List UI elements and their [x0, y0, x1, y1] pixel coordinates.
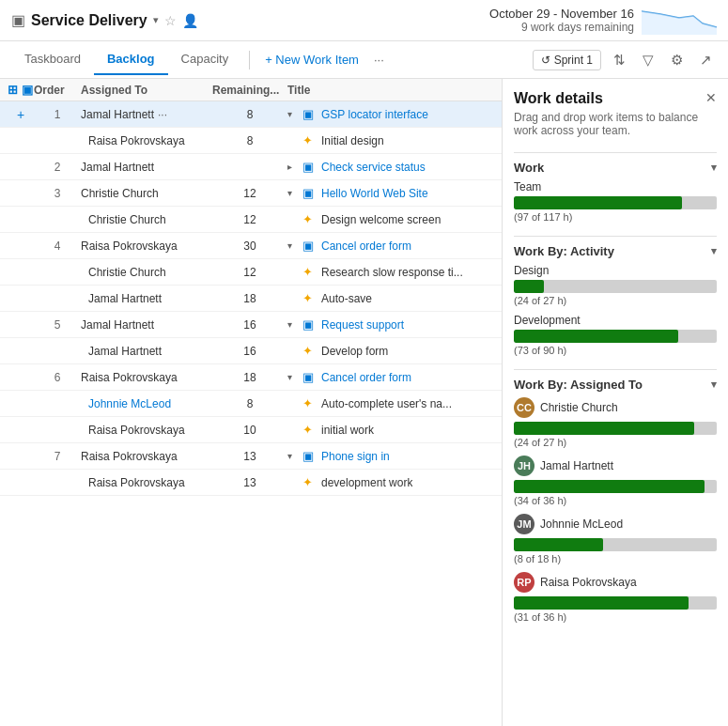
- work-item-title[interactable]: initial work: [321, 424, 374, 437]
- nav-divider: [249, 51, 250, 70]
- work-item-title[interactable]: Research slow response ti...: [321, 266, 463, 279]
- title-cell: ▾ ▣ Cancel order form: [287, 370, 494, 384]
- dev-bar-track: [514, 330, 717, 343]
- bar-jamal-fill: [514, 480, 705, 493]
- table-row[interactable]: 2 Jamal Hartnett ▸ ▣ Check service statu…: [0, 154, 502, 180]
- work-item-title[interactable]: Develop form: [321, 345, 388, 358]
- person-row-raisa: RP Raisa Pokrovskaya: [514, 572, 717, 593]
- table-row[interactable]: 7 Raisa Pokrovskaya 13 ▾ ▣ Phone sign in: [0, 443, 502, 470]
- title-cell: ✦ Auto-complete user's na...: [287, 396, 494, 410]
- sprint-selector[interactable]: ↺ Sprint 1: [533, 50, 601, 70]
- assigned-name[interactable]: Johnnie McLeod: [81, 397, 212, 410]
- project-title: Service Delivery: [31, 12, 147, 29]
- tab-backlog[interactable]: Backlog: [94, 44, 168, 75]
- work-item-title[interactable]: GSP locator interface: [321, 108, 428, 121]
- table-row[interactable]: Johnnie McLeod 8 ✦ Auto-complete user's …: [0, 391, 502, 417]
- bar-team-fill: [514, 196, 682, 209]
- filter-options-icon[interactable]: ⇅: [609, 48, 630, 72]
- table-row[interactable]: 5 Jamal Hartnett 16 ▾ ▣ Request support: [0, 312, 502, 338]
- work-item-icon-story: ▣: [302, 160, 318, 174]
- tab-taskboard[interactable]: Taskboard: [11, 44, 94, 75]
- title-cell: ✦ Initial design: [287, 133, 494, 147]
- work-item-title[interactable]: Check service status: [321, 161, 426, 174]
- header-left: ▣ Service Delivery ▾ ☆ 👤: [11, 11, 198, 29]
- sprint-label: Sprint 1: [554, 54, 593, 67]
- settings-icon[interactable]: ⚙: [666, 48, 688, 72]
- dev-bar-sub: (73 of 90 h): [514, 345, 717, 356]
- work-by-activity-header[interactable]: Work By: Activity ▾: [514, 237, 717, 264]
- assigned-name: Raisa Pokrovskaya: [81, 134, 212, 147]
- work-item-title[interactable]: Auto-complete user's na...: [321, 397, 452, 410]
- work-item-icon-task: ✦: [302, 291, 318, 305]
- table-row[interactable]: Raisa Pokrovskaya 10 ✦ initial work: [0, 417, 502, 443]
- expand-icon[interactable]: ▾: [287, 240, 297, 251]
- work-item-title[interactable]: Phone sign in: [321, 450, 390, 463]
- new-work-item-button[interactable]: + New Work Item: [257, 49, 366, 70]
- work-by-assigned-label: Work By: Assigned To: [514, 378, 643, 392]
- work-section-header[interactable]: Work ▾: [514, 153, 717, 180]
- assigned-cell: Jamal Hartnett ···: [81, 108, 212, 121]
- design-bar-label: Design: [514, 264, 717, 277]
- bar-christie-sub: (24 of 27 h): [514, 437, 717, 448]
- remaining-cell: 16: [212, 318, 287, 332]
- row-more-icon[interactable]: ···: [158, 108, 167, 121]
- filter-icon[interactable]: ▽: [638, 48, 658, 72]
- work-by-assigned-header[interactable]: Work By: Assigned To ▾: [514, 370, 717, 397]
- col-assigned-header: Assigned To: [81, 84, 212, 97]
- assigned-name: Raisa Pokrovskaya: [81, 476, 212, 489]
- title-cell: ▾ ▣ Cancel order form: [287, 239, 494, 253]
- table-row[interactable]: Jamal Hartnett 16 ✦ Develop form: [0, 338, 502, 364]
- col-view-icon[interactable]: ▣: [22, 83, 33, 97]
- row-order: 7: [34, 450, 81, 463]
- project-caret-icon[interactable]: ▾: [153, 14, 159, 26]
- work-item-title[interactable]: Auto-save: [321, 292, 372, 305]
- remaining-cell: 12: [212, 187, 287, 200]
- tab-capacity[interactable]: Capacity: [168, 44, 242, 75]
- work-item-title[interactable]: development work: [321, 476, 412, 489]
- more-options-button[interactable]: ···: [366, 49, 392, 70]
- table-row[interactable]: 6 Raisa Pokrovskaya 18 ▾ ▣ Cancel order …: [0, 364, 502, 391]
- table-row[interactable]: Raisa Pokrovskaya 8 ✦ Initial design: [0, 128, 502, 154]
- expand-icon[interactable]: ▾: [287, 109, 297, 119]
- table-row[interactable]: 4 Raisa Pokrovskaya 30 ▾ ▣ Cancel order …: [0, 233, 502, 259]
- expand-icon[interactable]: ▾: [287, 451, 297, 461]
- title-cell: ▸ ▣ Check service status: [287, 160, 494, 174]
- nav-tabs: Taskboard Backlog Capacity: [11, 44, 241, 75]
- work-item-title[interactable]: Initial design: [321, 134, 384, 147]
- table-row[interactable]: Raisa Pokrovskaya 13 ✦ development work: [0, 470, 502, 496]
- assigned-name: Jamal Hartnett: [81, 292, 212, 305]
- title-cell: ▾ ▣ Hello World Web Site: [287, 186, 494, 200]
- add-col-icon[interactable]: ⊞: [8, 83, 18, 97]
- section-arrow-icon: ▾: [711, 162, 717, 174]
- assigned-name: Raisa Pokrovskaya: [81, 239, 212, 253]
- team-icon[interactable]: 👤: [182, 13, 198, 28]
- assigned-name: Raisa Pokrovskaya: [81, 450, 212, 463]
- person-row-christie: CC Christie Church: [514, 397, 717, 418]
- expand-icon[interactable]: ▾: [287, 372, 297, 382]
- work-item-title[interactable]: Cancel order form: [321, 371, 411, 384]
- work-item-title[interactable]: Request support: [321, 318, 404, 332]
- work-item-title[interactable]: Cancel order form: [321, 239, 411, 253]
- table-row[interactable]: + 1 Jamal Hartnett ··· 8 ▾ ▣ GSP locator…: [0, 101, 502, 128]
- row-order: 1: [34, 108, 81, 121]
- expand-icon[interactable]: ▾: [287, 188, 297, 198]
- table-row[interactable]: 3 Christie Church 12 ▾ ▣ Hello World Web…: [0, 180, 502, 207]
- work-by-activity-section: Work By: Activity ▾ Design (24 of 27 h) …: [514, 236, 717, 356]
- table-row[interactable]: Christie Church 12 ✦ Research slow respo…: [0, 259, 502, 286]
- fullscreen-icon[interactable]: ↗: [695, 48, 717, 72]
- close-panel-button[interactable]: ✕: [705, 90, 717, 105]
- expand-icon[interactable]: ▸: [287, 162, 297, 172]
- work-item-title[interactable]: Design welcome screen: [321, 213, 441, 226]
- work-item-title[interactable]: Hello World Web Site: [321, 187, 428, 200]
- avatar-johnnie: JM: [514, 514, 534, 534]
- remaining-cell: 30: [212, 239, 287, 253]
- work-details-header: Work details ✕: [514, 90, 717, 107]
- title-cell: ✦ Design welcome screen: [287, 212, 494, 226]
- favorite-icon[interactable]: ☆: [164, 13, 177, 28]
- bar-raisa-fill: [514, 596, 689, 610]
- add-row-button[interactable]: +: [8, 107, 34, 122]
- table-row[interactable]: Christie Church 12 ✦ Design welcome scre…: [0, 207, 502, 233]
- expand-icon[interactable]: ▾: [287, 319, 297, 330]
- remaining-cell: 18: [212, 371, 287, 384]
- table-row[interactable]: Jamal Hartnett 18 ✦ Auto-save: [0, 286, 502, 312]
